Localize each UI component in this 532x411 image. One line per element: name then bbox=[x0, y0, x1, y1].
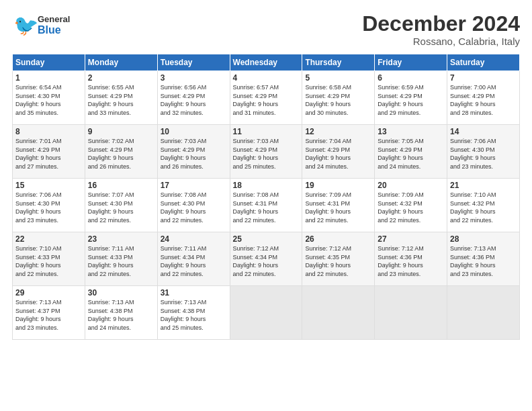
calendar-week-1: 1Sunrise: 6:54 AMSunset: 4:30 PMDaylight… bbox=[13, 71, 520, 125]
col-tuesday: Tuesday bbox=[157, 54, 230, 71]
col-wednesday: Wednesday bbox=[230, 54, 302, 71]
table-row: 5Sunrise: 6:58 AMSunset: 4:29 PMDaylight… bbox=[302, 71, 375, 125]
table-row: 9Sunrise: 7:02 AMSunset: 4:29 PMDaylight… bbox=[85, 125, 157, 179]
table-row: 14Sunrise: 7:06 AMSunset: 4:30 PMDayligh… bbox=[447, 125, 520, 179]
svg-text:🐦: 🐦 bbox=[13, 13, 38, 38]
table-row: 17Sunrise: 7:08 AMSunset: 4:30 PMDayligh… bbox=[157, 179, 230, 232]
table-row: 26Sunrise: 7:12 AMSunset: 4:35 PMDayligh… bbox=[302, 232, 375, 286]
logo-line2: Blue bbox=[38, 24, 70, 36]
table-row: 7Sunrise: 7:00 AMSunset: 4:29 PMDaylight… bbox=[447, 71, 520, 125]
month-year: December 2024 bbox=[362, 12, 520, 36]
table-row: 4Sunrise: 6:57 AMSunset: 4:29 PMDaylight… bbox=[230, 71, 302, 125]
table-row: 15Sunrise: 7:06 AMSunset: 4:30 PMDayligh… bbox=[13, 179, 85, 232]
table-row: 6Sunrise: 6:59 AMSunset: 4:29 PMDaylight… bbox=[375, 71, 447, 125]
table-row bbox=[230, 286, 302, 340]
logo-bird-icon: 🐦 bbox=[12, 12, 38, 38]
table-row: 21Sunrise: 7:10 AMSunset: 4:32 PMDayligh… bbox=[447, 179, 520, 232]
calendar-week-5: 29Sunrise: 7:13 AMSunset: 4:37 PMDayligh… bbox=[13, 286, 520, 340]
col-saturday: Saturday bbox=[447, 54, 520, 71]
table-row: 25Sunrise: 7:12 AMSunset: 4:34 PMDayligh… bbox=[230, 232, 302, 286]
table-row: 1Sunrise: 6:54 AMSunset: 4:30 PMDaylight… bbox=[13, 71, 85, 125]
page-container: 🐦 General Blue December 2024 Rossano, Ca… bbox=[0, 0, 532, 411]
table-row: 23Sunrise: 7:11 AMSunset: 4:33 PMDayligh… bbox=[85, 232, 157, 286]
table-row: 20Sunrise: 7:09 AMSunset: 4:32 PMDayligh… bbox=[375, 179, 447, 232]
table-row bbox=[302, 286, 375, 340]
table-row: 12Sunrise: 7:04 AMSunset: 4:29 PMDayligh… bbox=[302, 125, 375, 179]
col-friday: Friday bbox=[375, 54, 447, 71]
table-row: 27Sunrise: 7:12 AMSunset: 4:36 PMDayligh… bbox=[375, 232, 447, 286]
table-row bbox=[447, 286, 520, 340]
col-monday: Monday bbox=[85, 54, 157, 71]
table-row: 22Sunrise: 7:10 AMSunset: 4:33 PMDayligh… bbox=[13, 232, 85, 286]
logo-name: General Blue bbox=[38, 14, 70, 36]
col-thursday: Thursday bbox=[302, 54, 375, 71]
logo: 🐦 General Blue bbox=[12, 12, 70, 38]
table-row: 24Sunrise: 7:11 AMSunset: 4:34 PMDayligh… bbox=[157, 232, 230, 286]
table-row: 8Sunrise: 7:01 AMSunset: 4:29 PMDaylight… bbox=[13, 125, 85, 179]
table-row: 3Sunrise: 6:56 AMSunset: 4:29 PMDaylight… bbox=[157, 71, 230, 125]
table-row bbox=[375, 286, 447, 340]
calendar-header-row: Sunday Monday Tuesday Wednesday Thursday… bbox=[13, 54, 520, 71]
calendar-week-3: 15Sunrise: 7:06 AMSunset: 4:30 PMDayligh… bbox=[13, 179, 520, 232]
table-row: 28Sunrise: 7:13 AMSunset: 4:36 PMDayligh… bbox=[447, 232, 520, 286]
table-row: 30Sunrise: 7:13 AMSunset: 4:38 PMDayligh… bbox=[85, 286, 157, 340]
col-sunday: Sunday bbox=[13, 54, 85, 71]
table-row: 16Sunrise: 7:07 AMSunset: 4:30 PMDayligh… bbox=[85, 179, 157, 232]
location: Rossano, Calabria, Italy bbox=[362, 36, 520, 47]
logo-line1: General bbox=[38, 14, 70, 24]
table-row: 11Sunrise: 7:03 AMSunset: 4:29 PMDayligh… bbox=[230, 125, 302, 179]
header: 🐦 General Blue December 2024 Rossano, Ca… bbox=[12, 12, 520, 47]
table-row: 10Sunrise: 7:03 AMSunset: 4:29 PMDayligh… bbox=[157, 125, 230, 179]
table-row: 19Sunrise: 7:09 AMSunset: 4:31 PMDayligh… bbox=[302, 179, 375, 232]
calendar-table: Sunday Monday Tuesday Wednesday Thursday… bbox=[12, 54, 520, 340]
table-row: 13Sunrise: 7:05 AMSunset: 4:29 PMDayligh… bbox=[375, 125, 447, 179]
calendar-week-2: 8Sunrise: 7:01 AMSunset: 4:29 PMDaylight… bbox=[13, 125, 520, 179]
table-row: 2Sunrise: 6:55 AMSunset: 4:29 PMDaylight… bbox=[85, 71, 157, 125]
calendar-week-4: 22Sunrise: 7:10 AMSunset: 4:33 PMDayligh… bbox=[13, 232, 520, 286]
table-row: 31Sunrise: 7:13 AMSunset: 4:38 PMDayligh… bbox=[157, 286, 230, 340]
title-block: December 2024 Rossano, Calabria, Italy bbox=[362, 12, 520, 47]
table-row: 29Sunrise: 7:13 AMSunset: 4:37 PMDayligh… bbox=[13, 286, 85, 340]
table-row: 18Sunrise: 7:08 AMSunset: 4:31 PMDayligh… bbox=[230, 179, 302, 232]
